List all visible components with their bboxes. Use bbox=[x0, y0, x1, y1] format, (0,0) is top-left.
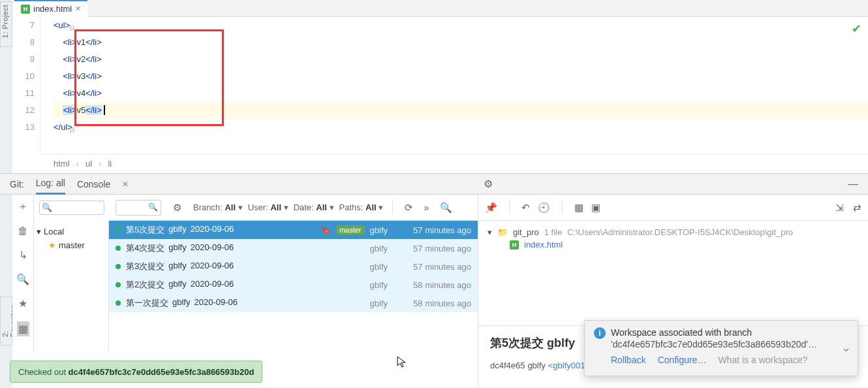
tree-branch-master[interactable]: ★master bbox=[37, 238, 106, 252]
tree-local[interactable]: ▾Local bbox=[37, 225, 106, 238]
undo-icon[interactable]: ↶ bbox=[521, 202, 530, 214]
add-icon[interactable]: ＋ bbox=[18, 200, 28, 214]
chevron-down-icon[interactable]: ⌄ bbox=[841, 340, 851, 355]
inspections-ok-icon[interactable]: ✔ bbox=[852, 20, 861, 37]
code-body[interactable]: ⊟ <ul> <li>v1</li> <li>v2</li> <li>v3</l… bbox=[40, 17, 868, 154]
commit-dot-icon bbox=[116, 282, 121, 287]
star-icon[interactable]: ★ bbox=[18, 297, 27, 310]
delete-icon[interactable]: 🗑 bbox=[18, 225, 28, 237]
vcs-side-toolbar: ＋ 🗑 ↳ 🔍 ★ ▦ bbox=[12, 195, 34, 351]
chevron-down-icon: ▾ bbox=[37, 227, 41, 236]
project-tool-tab[interactable]: 1: Project bbox=[0, 1, 12, 47]
breadcrumb: html› ul› li bbox=[40, 154, 868, 172]
status-notification: Checked out dc4f4e657bfc3c7e0dd65e93e5fc… bbox=[10, 361, 262, 383]
commit-dot-icon bbox=[116, 246, 121, 251]
settings-icon[interactable]: ⇄ bbox=[853, 202, 861, 214]
gear-icon[interactable]: ⚙ bbox=[173, 202, 181, 214]
branch-tag: master bbox=[336, 225, 365, 234]
crumb-li[interactable]: li bbox=[108, 159, 112, 169]
search-icon[interactable]: 🔍 bbox=[16, 273, 29, 285]
notification-toast: iWorkspace associated with branch 'dc4f4… bbox=[584, 320, 858, 376]
layout-icon[interactable]: ▣ bbox=[591, 202, 600, 214]
commit-row[interactable]: 第3次提交 gblfy 2020-09-06 gblfy57 minutes a… bbox=[109, 257, 478, 276]
cursor-icon bbox=[397, 356, 407, 369]
tab-label: index.html bbox=[33, 4, 72, 14]
help-link[interactable]: What is a workspace? bbox=[718, 355, 807, 365]
refresh-icon[interactable]: ⟳ bbox=[402, 202, 416, 214]
detail-toolbar: 📌 ↶ 🕘 ▦ ▣ ⇲ ⇄ bbox=[478, 195, 868, 221]
filter-branch[interactable]: Branch: All ▾ bbox=[193, 202, 243, 212]
search-icon: 🔍 bbox=[42, 202, 52, 212]
fold-icon[interactable]: ⊟ bbox=[69, 20, 74, 37]
star-icon: ★ bbox=[48, 240, 56, 250]
pin-icon[interactable]: 📌 bbox=[485, 202, 497, 214]
chevron-down-icon[interactable]: ▾ bbox=[488, 227, 492, 237]
tab-log[interactable]: Log: all bbox=[36, 173, 65, 195]
favorites-tool-tab[interactable]: 2: Favorites bbox=[0, 297, 12, 346]
filter-date[interactable]: Date: All ▾ bbox=[294, 202, 334, 212]
tab-console[interactable]: Console bbox=[77, 179, 110, 189]
expand-icon[interactable]: ⇲ bbox=[835, 202, 844, 214]
commit-row[interactable]: 第2次提交 gblfy 2020-09-06 gblfy58 minutes a… bbox=[109, 276, 478, 294]
git-label: Git: bbox=[10, 179, 24, 189]
commit-dot-icon bbox=[116, 264, 121, 269]
bookmark-icon: 🔖 bbox=[320, 225, 331, 235]
more-icon[interactable]: » bbox=[421, 202, 431, 213]
crumb-ul[interactable]: ul bbox=[85, 159, 92, 169]
line-gutter: 78910111213 bbox=[14, 17, 40, 154]
find-icon[interactable]: 🔍 bbox=[437, 202, 455, 214]
tab-index-html[interactable]: H index.html ✕ bbox=[14, 0, 87, 17]
fold-close-icon[interactable]: ⊟ bbox=[69, 121, 74, 138]
group-icon[interactable]: ▦ bbox=[574, 202, 583, 214]
commit-row[interactable]: 第4次提交 gblfy 2020-09-06 gblfy57 minutes a… bbox=[109, 239, 478, 257]
filter-icon[interactable]: ▦ bbox=[17, 321, 29, 336]
filter-paths[interactable]: Paths: All ▾ bbox=[339, 202, 384, 212]
folder-name[interactable]: git_pro bbox=[513, 227, 539, 237]
html-file-icon: H bbox=[510, 240, 519, 250]
commit-dot-icon bbox=[116, 300, 121, 306]
crumb-html[interactable]: html bbox=[54, 159, 70, 169]
close-icon[interactable]: ✕ bbox=[75, 5, 81, 13]
commit-row[interactable]: 第5次提交 gblfy 2020-09-06 🔖 master gblfy 57… bbox=[109, 221, 478, 239]
gear-icon[interactable]: ⚙ bbox=[484, 178, 493, 190]
commit-list: 第5次提交 gblfy 2020-09-06 🔖 master gblfy 57… bbox=[109, 221, 478, 351]
search-icon: 🔍 bbox=[148, 202, 158, 212]
info-icon: i bbox=[594, 327, 606, 339]
commit-row[interactable]: 第一次提交 gblfy 2020-09-06 gblfy58 minutes a… bbox=[109, 294, 478, 312]
branch-tree: ▾Local ★master bbox=[34, 221, 109, 351]
commit-dot-icon bbox=[116, 227, 121, 233]
changed-files-panel: ▾ 📁 git_pro 1 file C:\Users\Administrato… bbox=[478, 221, 868, 325]
tool-window-header: Git: Log: all Console ✕ ⚙ — bbox=[0, 173, 868, 195]
branch-icon[interactable]: ↳ bbox=[19, 249, 27, 261]
html-file-icon: H bbox=[21, 5, 30, 14]
changed-file[interactable]: index.html bbox=[524, 240, 563, 250]
minimize-icon[interactable]: — bbox=[848, 178, 858, 190]
configure-link[interactable]: Configure… bbox=[658, 355, 707, 365]
rollback-link[interactable]: Rollback bbox=[611, 355, 646, 365]
log-filter-bar: 🔍 ⚙ Branch: All ▾ User: All ▾ Date: All … bbox=[109, 195, 478, 221]
editor-tab-bar: H index.html ✕ bbox=[14, 0, 868, 17]
history-icon[interactable]: 🕘 bbox=[538, 202, 550, 214]
close-console-icon[interactable]: ✕ bbox=[122, 180, 129, 189]
code-editor[interactable]: 78910111213 ⊟ <ul> <li>v1</li> <li>v2</l… bbox=[14, 17, 868, 154]
folder-icon: 📁 bbox=[497, 227, 508, 237]
filter-user[interactable]: User: All ▾ bbox=[248, 202, 288, 212]
